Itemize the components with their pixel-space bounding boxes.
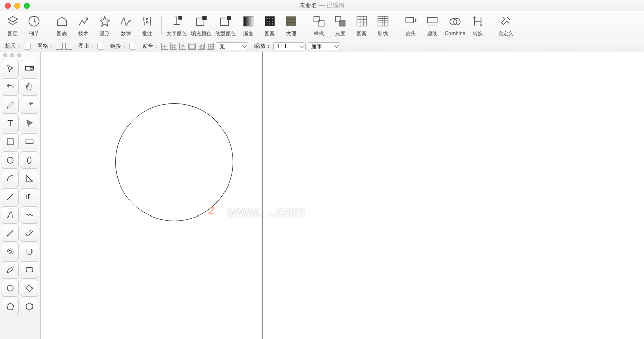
pattern-button[interactable]: 图案 bbox=[261, 14, 278, 37]
chart-button[interactable]: 图表 bbox=[53, 14, 71, 37]
snap-label: 贴合： bbox=[142, 43, 159, 50]
grid-label: 网格： bbox=[37, 43, 54, 50]
svg-point-40 bbox=[27, 157, 31, 164]
undo-tool[interactable] bbox=[2, 78, 19, 96]
pencil-tool[interactable] bbox=[2, 225, 19, 242]
line-tool[interactable] bbox=[2, 188, 19, 205]
fillcolor-button[interactable]: 填充颜色 bbox=[191, 14, 211, 37]
wand-tool[interactable] bbox=[21, 97, 38, 114]
grid-h-button[interactable] bbox=[56, 43, 63, 50]
watermark-logo: Z bbox=[208, 205, 221, 219]
texture-button[interactable]: 纹理 bbox=[282, 14, 300, 37]
star-button[interactable]: 星形 bbox=[96, 14, 113, 37]
svg-rect-32 bbox=[199, 44, 202, 47]
svg-rect-27 bbox=[427, 17, 437, 23]
pen-tool[interactable] bbox=[2, 97, 19, 114]
svg-point-11 bbox=[269, 18, 270, 19]
combine-button[interactable]: Combine bbox=[445, 15, 465, 36]
document-state: 已编辑 bbox=[327, 2, 345, 9]
svg-point-36 bbox=[30, 67, 33, 70]
svg-rect-35 bbox=[25, 67, 33, 71]
text-tool[interactable] bbox=[2, 115, 19, 132]
snap-grid2-button[interactable] bbox=[170, 43, 177, 50]
grid-v-button[interactable] bbox=[65, 43, 72, 50]
diamond-tool[interactable] bbox=[21, 280, 38, 297]
details-button[interactable]: 细节 bbox=[25, 14, 43, 37]
polyline-tool[interactable] bbox=[21, 188, 38, 205]
style-button[interactable]: 样式 bbox=[310, 14, 328, 37]
window-controls bbox=[5, 3, 30, 9]
canvas[interactable]: Z www. ..com bbox=[41, 52, 644, 339]
minimize-window-button[interactable] bbox=[14, 3, 20, 9]
textcolor-button[interactable]: 文字颜色 bbox=[167, 14, 187, 37]
select-tool[interactable] bbox=[2, 60, 19, 77]
arrow-button[interactable]: 箭头 bbox=[402, 14, 420, 37]
gray-button[interactable]: 灰度 bbox=[332, 14, 349, 37]
svg-point-13 bbox=[267, 20, 268, 21]
layers-button[interactable]: 图层 bbox=[4, 14, 21, 37]
svg-rect-23 bbox=[340, 20, 345, 26]
snap-node-button[interactable] bbox=[179, 43, 186, 50]
snap-grid1-button[interactable] bbox=[161, 43, 168, 50]
hand-tool[interactable] bbox=[21, 78, 38, 96]
brush-tool[interactable] bbox=[21, 225, 38, 242]
snap-obj-button[interactable] bbox=[198, 43, 205, 50]
svg-rect-41 bbox=[26, 268, 33, 272]
dash-button[interactable]: 虚线 bbox=[424, 14, 441, 37]
palette-titlebar[interactable] bbox=[0, 52, 40, 58]
link-checkbox[interactable] bbox=[129, 43, 136, 50]
curve-tool[interactable] bbox=[2, 206, 19, 224]
custom-button[interactable]: 自定义 bbox=[497, 14, 514, 37]
watermark: Z www. ..com bbox=[208, 204, 305, 220]
zoom-select[interactable]: 1 : 1 bbox=[273, 42, 306, 50]
unit-select[interactable]: 厘米 bbox=[308, 42, 340, 50]
hatch-button[interactable]: 影线 bbox=[374, 14, 392, 37]
svg-rect-33 bbox=[201, 46, 204, 49]
zoom-window-button[interactable] bbox=[24, 3, 30, 9]
snap-rect-button[interactable] bbox=[188, 43, 196, 50]
combine-icon bbox=[448, 15, 462, 29]
close-window-button[interactable] bbox=[5, 3, 11, 9]
pentagon-tool[interactable] bbox=[2, 298, 19, 315]
ellipse-tool[interactable] bbox=[21, 151, 38, 169]
tech-button[interactable]: 技术 bbox=[75, 14, 92, 37]
direct-select-tool[interactable] bbox=[21, 115, 38, 132]
onpage-label: 图上： bbox=[78, 43, 95, 50]
circle-tool[interactable] bbox=[2, 151, 19, 169]
svg-rect-37 bbox=[7, 139, 13, 145]
page-edge bbox=[262, 52, 263, 339]
hexagon-tool[interactable] bbox=[21, 298, 38, 315]
wedge-tool[interactable] bbox=[21, 170, 38, 187]
pattern-icon bbox=[263, 14, 277, 28]
annotation-button[interactable]: 批注 bbox=[139, 14, 156, 37]
math-button[interactable]: 数学 bbox=[117, 14, 135, 37]
onpage-checkbox[interactable] bbox=[97, 43, 104, 50]
svg-rect-38 bbox=[26, 140, 33, 144]
spline-tool[interactable] bbox=[21, 206, 38, 224]
style-icon bbox=[312, 14, 326, 28]
measure-tool[interactable] bbox=[21, 60, 38, 77]
svg-rect-31 bbox=[190, 44, 194, 48]
svg-point-1 bbox=[146, 18, 148, 20]
snap-center-button[interactable] bbox=[207, 43, 214, 50]
blob-tool[interactable] bbox=[2, 280, 19, 297]
arc-tool[interactable] bbox=[2, 170, 19, 187]
svg-point-17 bbox=[269, 23, 270, 24]
roundrect-tool[interactable] bbox=[21, 261, 38, 279]
svg-rect-8 bbox=[243, 16, 253, 26]
svg-point-16 bbox=[267, 23, 268, 24]
linecolor-icon bbox=[218, 14, 233, 28]
pattern2-button[interactable]: 图案 bbox=[353, 14, 370, 37]
face-tool[interactable] bbox=[21, 243, 38, 260]
transform-button[interactable]: 转换 bbox=[469, 14, 487, 37]
snap-select[interactable]: 无 bbox=[216, 42, 248, 50]
ruler-checkbox[interactable] bbox=[24, 43, 31, 50]
house-icon bbox=[55, 14, 69, 28]
leaf-tool[interactable] bbox=[2, 261, 19, 279]
square-tool[interactable] bbox=[2, 133, 19, 150]
rect-tool[interactable] bbox=[21, 133, 38, 150]
gradient-button[interactable]: 渐变 bbox=[240, 14, 257, 37]
spiral-tool[interactable] bbox=[2, 243, 19, 260]
linecolor-button[interactable]: 线型颜色 bbox=[215, 14, 236, 37]
annotation-icon bbox=[140, 14, 154, 28]
